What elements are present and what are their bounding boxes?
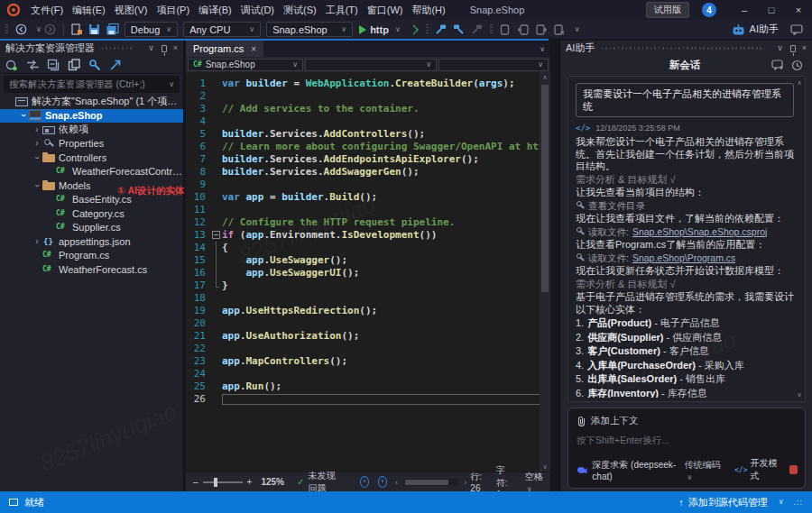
code-line[interactable]: 2: [186, 90, 550, 103]
tab-program-cs[interactable]: Program.cs ×: [186, 41, 263, 57]
tool-file-link[interactable]: Snap.eShop\Program.cs: [632, 252, 735, 265]
preview-selected-icon[interactable]: [109, 59, 123, 71]
line-indicator[interactable]: 行: 26: [470, 471, 486, 493]
scrollbar-thumb[interactable]: [541, 85, 549, 292]
switch-views-icon[interactable]: [26, 59, 40, 71]
tree-row[interactable]: 解决方案"Snap.eShop" (1 个项目中的 1 个): [0, 95, 183, 109]
tree-row[interactable]: ›依赖项: [0, 123, 183, 137]
save-icon[interactable]: [87, 22, 103, 38]
navigate-forward-icon[interactable]: [42, 22, 59, 38]
minimize-button[interactable]: –: [731, 0, 758, 20]
hscroll-left-icon[interactable]: ‹: [395, 478, 398, 487]
expand-chevron-icon[interactable]: ›: [32, 153, 42, 162]
whitespace-indicator[interactable]: 空格 ∨: [525, 471, 543, 493]
menu-item[interactable]: 调试(D): [236, 0, 279, 20]
chat-container[interactable]: 我需要设计一个电子产品相关的进销存管理系统 </> 12/18/2025 3:2…: [567, 76, 806, 402]
vertical-scrollbar[interactable]: ∧ ∨: [540, 72, 550, 472]
tree-row[interactable]: Program.cs: [0, 249, 183, 263]
code-line[interactable]: 18: [186, 292, 550, 305]
notification-badge[interactable]: 4: [702, 3, 716, 17]
code-line[interactable]: 6// Learn more about configuring Swagger…: [186, 141, 550, 153]
ai-assistant-toolbar-button[interactable]: AI助手: [726, 22, 784, 38]
code-line[interactable]: 23app.MapControllers();: [186, 355, 550, 368]
horizontal-scrollbar[interactable]: [403, 479, 458, 486]
collapse-all-icon[interactable]: [47, 59, 60, 71]
copy-path-icon[interactable]: [68, 59, 81, 71]
code-line[interactable]: 11: [186, 204, 550, 216]
menu-item[interactable]: 编辑(E): [68, 0, 110, 20]
code-line[interactable]: 19app.UseHttpsRedirection();: [186, 305, 550, 317]
zoom-level[interactable]: 125%: [261, 477, 284, 487]
clear-bookmarks-icon[interactable]: [551, 22, 567, 38]
chat-input-box[interactable]: 添加上下文 按下Shift+Enter换行... 深度求索 (deepseek-…: [567, 408, 806, 489]
solution-search-input[interactable]: 搜索解决方案资源管理器 (Ctrl+;) ∨: [4, 76, 180, 93]
member-dropdown[interactable]: ∨: [438, 59, 549, 71]
menu-item[interactable]: 编译(B): [194, 0, 236, 20]
code-line[interactable]: 21app.UseAuthorization();: [186, 330, 550, 343]
type-dropdown[interactable]: ∨: [305, 59, 437, 71]
zoom-slider-track[interactable]: [203, 481, 243, 483]
toolbar-grip[interactable]: [490, 24, 493, 35]
expand-chevron-icon[interactable]: ›: [32, 139, 42, 148]
startup-project-dropdown[interactable]: Snap.eShop∨: [266, 22, 353, 37]
zoom-out-icon[interactable]: –: [193, 477, 198, 487]
run-button[interactable]: http ∨: [359, 24, 401, 35]
code-line[interactable]: 8builder.Services.AddSwaggerGen();: [186, 166, 550, 179]
tree-row[interactable]: ›Snap.eShop: [0, 109, 183, 124]
resize-grip[interactable]: .::: [793, 498, 803, 507]
tree-row[interactable]: ›appsettings.json: [0, 234, 183, 249]
code-line[interactable]: 10var app = builder.Build();: [186, 191, 550, 204]
navigate-back-icon[interactable]: [13, 22, 29, 38]
hscroll-right-icon[interactable]: ›: [464, 478, 466, 487]
next-issue-icon[interactable]: ›: [378, 476, 387, 488]
new-project-icon[interactable]: [69, 22, 85, 38]
rebuild-icon[interactable]: [451, 22, 467, 38]
close-button[interactable]: ×: [785, 0, 812, 20]
menu-item[interactable]: 项目(P): [152, 0, 194, 20]
code-line[interactable]: 15 app.UseSwagger();: [186, 254, 550, 267]
close-icon[interactable]: ×: [173, 44, 178, 52]
maximize-button[interactable]: □: [758, 0, 785, 20]
properties-wrench-icon[interactable]: [88, 59, 102, 71]
add-context-button[interactable]: 添加上下文: [577, 415, 797, 427]
chat-scrollbar[interactable]: ∧ ∨: [795, 78, 804, 400]
bookmark-icon[interactable]: [497, 22, 513, 38]
history-icon[interactable]: [791, 60, 803, 71]
window-position-icon[interactable]: ∨: [777, 44, 783, 52]
scroll-down-icon[interactable]: ∨: [795, 391, 804, 398]
tree-row[interactable]: ›Properties: [0, 137, 183, 151]
expand-chevron-icon[interactable]: ›: [32, 125, 42, 134]
pin-icon[interactable]: [790, 45, 796, 52]
tree-row[interactable]: WeatherForecast.cs: [0, 262, 183, 277]
sync-selection-icon[interactable]: [5, 59, 19, 71]
pin-icon[interactable]: [161, 45, 167, 52]
code-line[interactable]: 22: [186, 343, 550, 355]
save-all-icon[interactable]: [105, 22, 121, 38]
feedback-icon[interactable]: [789, 22, 805, 38]
panel-drag-grip[interactable]: [602, 47, 763, 50]
model-selector[interactable]: 深度求索 (deepseek-chat): [592, 459, 684, 481]
tree-row[interactable]: Supplier.cs: [0, 221, 183, 235]
scroll-up-icon[interactable]: ∧: [795, 79, 804, 87]
run-without-debug-icon[interactable]: [408, 24, 418, 34]
menu-item[interactable]: 视图(V): [110, 0, 152, 20]
prev-issue-icon[interactable]: ‹: [360, 476, 369, 488]
previous-bookmark-icon[interactable]: [515, 22, 531, 38]
code-line[interactable]: 4: [186, 115, 550, 128]
scroll-up-icon[interactable]: ∧: [540, 72, 550, 82]
project-scope-dropdown[interactable]: C# Snap.eShop ∨: [188, 59, 303, 71]
code-line[interactable]: 1var builder = WebApplication.CreateBuil…: [186, 78, 550, 90]
mode-classic-dropdown[interactable]: 传统编码∨: [685, 459, 724, 481]
expand-chevron-icon[interactable]: ›: [32, 237, 42, 246]
code-line[interactable]: 3// Add services to the container.: [186, 103, 550, 115]
platform-dropdown[interactable]: Any CPU∨: [183, 22, 261, 37]
code-line[interactable]: 24: [186, 368, 550, 380]
tab-close-icon[interactable]: ×: [251, 44, 256, 54]
zoom-in-icon[interactable]: +: [247, 477, 253, 487]
tree-row[interactable]: Category.cs: [0, 206, 183, 221]
code-line[interactable]: 16 app.UseSwaggerUI();: [186, 267, 550, 279]
code-line[interactable]: 25app.Run();: [186, 380, 550, 393]
code-line[interactable]: 5builder.Services.AddControllers();: [186, 128, 550, 141]
navigate-back-dropdown-icon[interactable]: ∨: [36, 26, 42, 33]
code-line[interactable]: 13−if (app.Environment.IsDevelopment()): [186, 229, 550, 242]
